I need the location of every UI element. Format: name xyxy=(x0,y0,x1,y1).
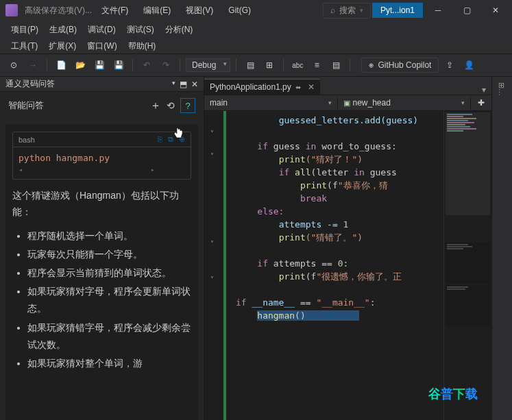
editor-body: ˅ ˅ ˅ ˅ guessed_letters.add(guess) if gu… xyxy=(204,111,491,420)
navigation-bar: main ▾ ▣ new_head ▾ ✚ xyxy=(204,95,491,111)
copilot-icon: ⎈ xyxy=(369,60,374,70)
feature-list: 程序随机选择一个单词。 玩家每次只能猜一个字母。 程序会显示当前猜到的单词状态。… xyxy=(12,227,191,373)
tb-icon-1[interactable]: ▤ xyxy=(242,57,258,73)
window-title: 高级保存选项(V)... xyxy=(25,5,92,16)
new-chat-icon[interactable]: ＋ xyxy=(150,99,161,113)
vs-logo-icon xyxy=(5,4,18,16)
nav-scope-label: main xyxy=(210,98,228,108)
fold-icon[interactable]: ˅ xyxy=(207,149,217,159)
copilot-label: GitHub Copilot xyxy=(378,60,431,70)
fold-icon[interactable]: ˅ xyxy=(207,237,217,247)
config-dropdown[interactable]: Debug xyxy=(186,58,230,72)
list-item: 玩家每次只能猜一个字母。 xyxy=(27,246,191,263)
code-block: bash ⎘ ⧉ ⊕ python hangman.py ◂ ▸ xyxy=(12,132,191,180)
copilot-button[interactable]: ⎈ GitHub Copilot xyxy=(361,58,439,73)
insert-code-icon[interactable]: ⎘ xyxy=(158,135,162,144)
close-tab-icon[interactable]: ✕ xyxy=(308,82,315,92)
search-label: 搜索 xyxy=(339,5,356,16)
nav-scope-dropdown[interactable]: main ▾ xyxy=(204,97,338,109)
pin-icon[interactable]: ⬌ xyxy=(295,84,301,91)
editor-tabs: PythonApplication1.py ⬌ ✕ ▾ xyxy=(204,77,491,95)
active-document-tab[interactable]: Pyt...ion1 xyxy=(372,3,423,18)
menu-edit[interactable]: 编辑(E) xyxy=(138,2,176,19)
menu-project[interactable]: 项目(P) xyxy=(5,21,44,38)
menu-test[interactable]: 测试(S) xyxy=(121,21,160,38)
tb-icon-5[interactable]: ▤ xyxy=(328,57,344,73)
minimize-button[interactable]: ─ xyxy=(424,0,452,21)
tb-icon-3[interactable]: abc xyxy=(289,57,306,73)
menu-file[interactable]: 文件(F) xyxy=(96,2,134,19)
account-button[interactable]: 👤 xyxy=(461,57,477,73)
chevron-down-icon: ▾ xyxy=(328,99,332,106)
menu-extensions[interactable]: 扩展(X) xyxy=(43,38,82,55)
menu-help[interactable]: 帮助(H) xyxy=(123,38,162,55)
redo-button[interactable]: ↷ xyxy=(158,57,174,73)
open-file-button[interactable]: 📂 xyxy=(72,57,88,73)
search-box[interactable]: ⌕ 搜索 ▾ xyxy=(323,3,371,18)
nav-member-dropdown[interactable]: ▣ new_head ▾ xyxy=(338,97,472,109)
list-item: 程序会显示当前猜到的单词状态。 xyxy=(27,264,191,282)
undo-button[interactable]: ↶ xyxy=(138,57,155,73)
chevron-down-icon: ▾ xyxy=(461,99,465,106)
add-button[interactable]: ✚ xyxy=(471,98,491,108)
minimap-region xyxy=(446,243,490,284)
tb-icon-2[interactable]: ⊞ xyxy=(261,57,278,73)
nav-member-label: new_head xyxy=(353,98,391,108)
search-icon: ⌕ xyxy=(330,5,335,15)
main-area: 通义灵码问答 ▾ ⬒ ✕ 智能问答 ＋ ⟲ ? bash ⎘ ⧉ xyxy=(0,77,512,420)
save-all-button[interactable]: 💾 xyxy=(110,57,127,73)
nav-forward-button: → xyxy=(25,57,41,73)
titlebar: 高级保存选项(V)... 文件(F) 编辑(E) 视图(V) Git(G) ⌕ … xyxy=(0,0,512,21)
change-indicator xyxy=(223,111,226,420)
fold-icon[interactable]: ˅ xyxy=(207,127,217,136)
minimap-region xyxy=(446,112,490,215)
description-text: 这个猜谜游戏（Hangman）包括以下功能： xyxy=(12,188,191,221)
toolbar: ⊙ → 📄 📂 💾 💾 ↶ ↷ Debug ▤ ⊞ abc ≡ ▤ ⎈ GitH… xyxy=(0,53,512,77)
code-block-body[interactable]: python hangman.py ◂ ▸ xyxy=(13,147,191,179)
code-editor[interactable]: ˅ ˅ ˅ ˅ guessed_letters.add(guess) if gu… xyxy=(204,111,443,420)
menubar-row3: 工具(T) 扩展(X) 窗口(W) 帮助(H) xyxy=(0,38,512,53)
maximize-button[interactable]: ▢ xyxy=(453,0,480,21)
code-lang-label: bash xyxy=(19,136,35,144)
chevron-down-icon: ▾ xyxy=(360,7,363,14)
panel-tab-title: 通义灵码问答 xyxy=(5,78,55,90)
help-button[interactable]: ? xyxy=(180,98,195,113)
list-item: 如果玩家猜错字母，程序会减少剩余尝试次数。 xyxy=(27,319,191,354)
right-panel: PythonApplication1.py ⬌ ✕ ▾ main ▾ ▣ new… xyxy=(204,77,491,420)
minimap[interactable] xyxy=(443,111,491,420)
tab-filename: PythonApplication1.py xyxy=(210,82,291,92)
nav-back-button[interactable]: ⊙ xyxy=(5,57,22,73)
panel-subheader: 智能问答 ＋ ⟲ ? xyxy=(0,92,204,119)
fold-icon[interactable]: ˅ xyxy=(207,273,217,282)
rail-icon-1[interactable]: ⊞… xyxy=(498,82,507,96)
subheader-title: 智能问答 xyxy=(8,99,44,112)
code-block-header: bash ⎘ ⧉ ⊕ xyxy=(13,132,191,147)
dropdown-icon[interactable]: ▾ xyxy=(172,79,175,89)
save-button[interactable]: 💾 xyxy=(91,57,108,73)
menu-window[interactable]: 窗口(W) xyxy=(82,38,122,55)
right-rail: ⊞… xyxy=(491,77,512,420)
menu-git[interactable]: Git(G) xyxy=(223,3,256,18)
watermark: 谷普下载 xyxy=(428,386,478,402)
copy-code-icon[interactable]: ⧉ xyxy=(168,135,173,144)
editor-tab-active[interactable]: PythonApplication1.py ⬌ ✕ xyxy=(204,79,320,95)
history-icon[interactable]: ⟲ xyxy=(167,100,175,111)
new-file-icon[interactable]: ⊕ xyxy=(179,135,185,144)
share-button[interactable]: ⇪ xyxy=(441,57,458,73)
new-file-button[interactable]: 📄 xyxy=(53,57,69,73)
code-lines: guessed_letters.add(guess) if guess in w… xyxy=(210,114,443,322)
menu-analyze[interactable]: 分析(N) xyxy=(160,21,199,38)
menu-tools[interactable]: 工具(T) xyxy=(5,38,43,55)
tab-overflow-icon[interactable]: ▾ xyxy=(476,85,491,95)
pin-icon[interactable]: ⬒ xyxy=(180,79,187,89)
method-icon: ▣ xyxy=(343,99,350,108)
tb-icon-4[interactable]: ≡ xyxy=(308,57,325,73)
close-button[interactable]: ✕ xyxy=(482,0,509,21)
menu-view[interactable]: 视图(V) xyxy=(180,2,219,19)
menu-build[interactable]: 生成(B) xyxy=(44,21,82,38)
list-item: 如果玩家猜对字母，程序会更新单词状态。 xyxy=(27,283,191,317)
menu-debug[interactable]: 调试(D) xyxy=(82,21,121,38)
fold-column: ˅ ˅ ˅ ˅ xyxy=(207,114,219,282)
left-panel-tab[interactable]: 通义灵码问答 ▾ ⬒ ✕ xyxy=(0,77,204,92)
close-panel-icon[interactable]: ✕ xyxy=(191,79,198,89)
